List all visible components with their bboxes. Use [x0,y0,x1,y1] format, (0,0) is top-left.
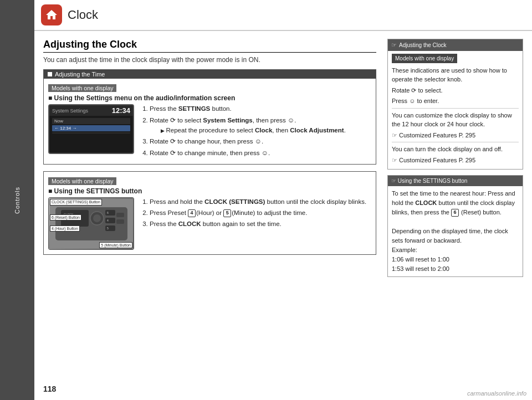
svg-text:6: 6 [107,211,109,214]
note1-press: Press ☺ to enter. [392,96,519,106]
right-column: ☞ Adjusting the Clock Models with one di… [387,39,523,283]
main-content: Clock Adjusting the Clock You can adjust… [34,0,532,400]
note-icon-1: ☞ [391,40,397,50]
svg-rect-9 [116,219,124,224]
step-2-3: Press the CLOCK button again to set the … [150,219,366,229]
rotate-symbol: ⟳ [411,87,416,94]
callout-hour: 4 (Hour) Button [50,225,80,232]
section-square-icon [48,72,52,76]
page-number: 118 [43,384,56,393]
step-2-1: Press and hold the CLOCK (SETTINGS) butt… [150,197,366,207]
section2-two-col: CLOCK SETTINGS 6 4 5 CLOCK (SETTINGS) Bu… [48,197,371,250]
sidebar: Controls [0,0,34,400]
sidebar-label: Controls [14,187,21,214]
left-column: Adjusting the Clock You can adjust the t… [43,39,376,283]
home-icon [41,4,62,25]
section2-content: Models with one display Using the SETTIN… [44,172,376,254]
note1-body: Models with one display These indication… [388,51,523,170]
note1-line1: These indications are used to show how t… [392,66,519,84]
callout-minute: 5 (Minute) Button [99,242,132,248]
screen-label: System Settings [52,108,88,114]
note-settings-button: ☞ Using the SETTINGS button To set the t… [387,175,523,277]
subsection-label-2: Models with one display [48,177,116,185]
note1-subheader: Models with one display [392,54,457,63]
section-settings-button: Models with one display Using the SETTIN… [43,171,376,255]
screen-top-bar: System Settings 12:34 [49,105,133,116]
note2-example-label: Example: [392,245,519,255]
screen-time: 12:34 [112,106,130,115]
using-settings-heading: Using the Settings menu on the audio/inf… [48,94,371,102]
page-title: Clock [68,8,98,22]
step-1-2: Rotate ⟳ to select System Settings, then… [150,115,346,136]
subsection-label-1: Models with one display [48,84,116,92]
section1-steps: Press the SETTINGS button. Rotate ⟳ to s… [140,104,346,160]
step-1-1: Press the SETTINGS button. [150,104,346,114]
screen-row-3 [52,132,130,134]
step-1-4: Rotate ⟳ to change minute, then press ☺. [150,148,346,158]
section1-content: Models with one display Using the Settin… [44,79,376,164]
note1-rotate: Rotate ⟳ to select. [392,86,519,95]
main-heading: Adjusting the Clock [43,39,376,53]
note-adjusting-clock: ☞ Adjusting the Clock Models with one di… [387,39,523,170]
home-svg [45,8,58,22]
page-subtext: You can adjust the time in the clock dis… [43,56,376,64]
screen-row-1: Now [52,118,130,124]
screen-row-2: ← 12:34 → [52,125,130,131]
car-interior-image: CLOCK SETTINGS 6 4 5 CLOCK (SETTINGS) Bu… [48,197,134,250]
content-area: Adjusting the Clock You can adjust the t… [34,31,532,288]
svg-point-4 [93,214,101,222]
step-1-2-sub: Repeat the procedure to select Clock, th… [154,126,346,136]
steps-ol-1: Press the SETTINGS button. Rotate ⟳ to s… [140,104,346,158]
section-adjusting-time: Adjusting the Time Models with one displ… [43,69,376,165]
callout-clock-settings: CLOCK (SETTINGS) Button [50,199,102,206]
note2-header: ☞ Using the SETTINGS button [388,176,523,186]
note-icon-2: ☞ [391,178,396,184]
step-1-3: Rotate ⟳ to change hour, then press ☺. [150,136,346,147]
svg-rect-8 [116,213,124,217]
header-bar: Clock [34,0,532,31]
enter-symbol: ☺ [409,98,415,104]
step-2-2: Press Preset 4(Hour) or 5(Minute) to adj… [150,208,366,218]
steps-ol-2: Press and hold the CLOCK (SETTINGS) butt… [140,197,366,229]
using-settings-btn-heading: Using the SETTINGS button [48,187,371,195]
section-header-adjusting-time: Adjusting the Time [44,70,376,79]
audio-screen-mockup: System Settings 12:34 Now ← 12:34 → [48,104,134,154]
note1-link1: Customized Features P. 295 [392,131,519,140]
callout-reset: 6 (Reset) Button [50,214,81,220]
note1-link2: Customized Features P. 295 [392,156,519,165]
note1-customize: You can customize the clock display to s… [392,111,519,129]
note1-divider1 [392,108,519,109]
note2-header-label: Using the SETTINGS button [398,178,468,184]
svg-text:4: 4 [107,219,109,222]
screen-body: Now ← 12:34 → [49,116,133,137]
car-interior-svg: CLOCK SETTINGS 6 4 5 [50,199,133,249]
section2-steps: Press and hold the CLOCK (SETTINGS) butt… [140,197,366,250]
note2-example2: 1:53 will reset to 2:00 [392,264,519,274]
section1-two-col: System Settings 12:34 Now ← 12:34 → [48,104,371,160]
section-header-label: Adjusting the Time [55,71,105,78]
note2-line1: To set the time to the nearest hour: Pre… [392,189,519,217]
note2-example1: 1:06 will reset to 1:00 [392,255,519,264]
note1-divider2 [392,142,519,142]
note1-turn-off: You can turn the clock display on and of… [392,145,519,154]
note2-body: To set the time to the nearest hour: Pre… [388,186,523,276]
svg-text:5: 5 [107,227,109,230]
watermark: carmanualsonline.info [467,390,526,397]
note2-line2: Depending on the displayed time, the clo… [392,227,519,245]
note1-header-label: Adjusting the Clock [399,41,447,49]
note1-header: ☞ Adjusting the Clock [388,39,523,51]
